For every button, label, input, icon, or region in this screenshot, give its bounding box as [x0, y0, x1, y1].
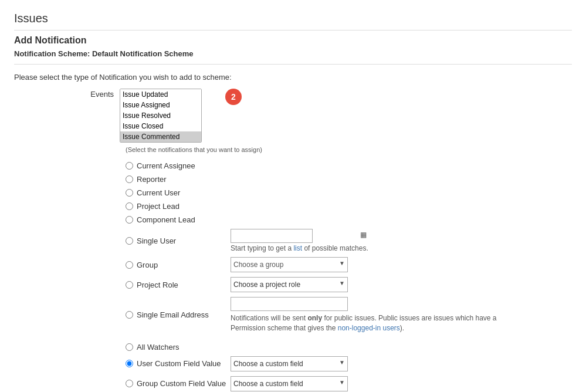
radio-single-email[interactable]	[126, 311, 133, 319]
radio-row-reporter: Reporter	[20, 175, 572, 184]
group-select[interactable]: Choose a group	[231, 257, 348, 272]
radio-row-single-user: Single User Start typing to get a list o…	[20, 229, 572, 252]
events-hint: (Select the notifications that you want …	[126, 146, 572, 153]
radio-row-component-lead: Component Lead	[20, 215, 572, 224]
event-option-updated[interactable]: Issue Updated	[120, 89, 201, 100]
radio-row-group-custom-field: Group Custom Field Value Choose a custom…	[20, 376, 572, 391]
event-option-resolved[interactable]: Issue Resolved	[120, 110, 201, 121]
events-label: Events	[20, 89, 120, 99]
list-link[interactable]: list	[293, 244, 302, 252]
radio-project-role[interactable]	[126, 281, 133, 289]
radio-row-project-role: Project Role Choose a project role	[20, 277, 572, 292]
radio-project-lead[interactable]	[126, 202, 133, 210]
user-custom-field-select[interactable]: Choose a custom field	[231, 356, 348, 371]
scheme-label: Notification Scheme:	[14, 49, 90, 58]
radio-group-custom-field[interactable]	[126, 380, 133, 387]
radio-component-lead[interactable]	[126, 216, 133, 224]
radio-current-user[interactable]	[126, 189, 133, 197]
radio-row-current-user: Current User	[20, 188, 572, 197]
label-project-role: Project Role	[137, 281, 231, 289]
radio-row-project-lead: Project Lead	[20, 202, 572, 211]
label-project-lead: Project Lead	[137, 202, 231, 211]
events-listbox[interactable]: Issue Created Issue Updated Issue Assign…	[120, 89, 202, 143]
single-user-input[interactable]	[231, 229, 313, 243]
label-current-user: Current User	[137, 188, 231, 197]
single-user-input-wrap	[231, 229, 368, 243]
form-area: Events Issue Created Issue Updated Issue…	[14, 89, 572, 392]
user-custom-field-select-wrap: Choose a custom field	[231, 356, 348, 371]
label-group-custom-field: Group Custom Field Value	[137, 379, 231, 388]
badge-2: 2	[225, 89, 242, 105]
event-option-closed[interactable]: Issue Closed	[120, 121, 201, 131]
label-component-lead: Component Lead	[137, 215, 231, 224]
email-input[interactable]	[231, 297, 348, 311]
radio-row-current-assignee: Current Assignee	[20, 161, 572, 170]
label-reporter: Reporter	[137, 175, 231, 184]
divider	[14, 64, 572, 65]
radio-single-user[interactable]	[126, 237, 133, 245]
label-group: Group	[137, 261, 231, 269]
radio-row-single-email: Single Email Address Notifications will …	[20, 297, 572, 333]
label-current-assignee: Current Assignee	[137, 161, 231, 170]
page-breadcrumb: Issues	[14, 12, 572, 31]
scheme-name: Default Notification Scheme	[92, 49, 194, 58]
radio-user-custom-field[interactable]	[126, 360, 133, 367]
events-and-badge: Issue Created Issue Updated Issue Assign…	[120, 89, 242, 143]
single-user-control: Start typing to get a list of possible m…	[231, 229, 368, 252]
radio-row-all-watchers: All Watchers	[20, 343, 572, 352]
group-custom-field-select-wrap: Choose a custom field	[231, 376, 348, 391]
project-role-select[interactable]: Choose a project role	[231, 277, 348, 292]
label-single-email: Single Email Address	[137, 310, 231, 319]
event-option-assigned[interactable]: Issue Assigned	[120, 100, 201, 110]
project-role-select-wrap: Choose a project role	[231, 277, 348, 292]
radio-group[interactable]	[126, 261, 133, 269]
non-logged-in-link[interactable]: non-logged-in users	[338, 324, 400, 332]
group-custom-field-select[interactable]: Choose a custom field	[231, 376, 348, 391]
email-notice: Notifications will be sent only for publ…	[231, 313, 524, 333]
scheme-line: Notification Scheme: Default Notificatio…	[14, 49, 572, 58]
instruction-text: Please select the type of Notification y…	[14, 73, 572, 82]
radio-row-group: Group Choose a group	[20, 257, 572, 272]
radio-reporter[interactable]	[126, 175, 133, 183]
single-email-control: Notifications will be sent only for publ…	[231, 297, 524, 333]
single-user-hint: Start typing to get a list of possible m…	[231, 244, 368, 252]
event-option-commented[interactable]: Issue Commented	[120, 131, 201, 142]
radio-all-watchers[interactable]	[126, 343, 133, 351]
label-single-user: Single User	[137, 236, 231, 245]
event-option-comment-edited[interactable]: Issue Comment Edited	[120, 142, 201, 143]
label-all-watchers: All Watchers	[137, 343, 231, 352]
radio-current-assignee[interactable]	[126, 162, 133, 170]
radio-row-user-custom-field: User Custom Field Value Choose a custom …	[20, 356, 572, 371]
events-row: Events Issue Created Issue Updated Issue…	[20, 89, 572, 143]
label-user-custom-field: User Custom Field Value	[137, 359, 231, 368]
email-notice-bold: only	[307, 314, 322, 322]
section-title: Add Notification	[14, 35, 572, 46]
group-select-wrap: Choose a group	[231, 257, 348, 272]
